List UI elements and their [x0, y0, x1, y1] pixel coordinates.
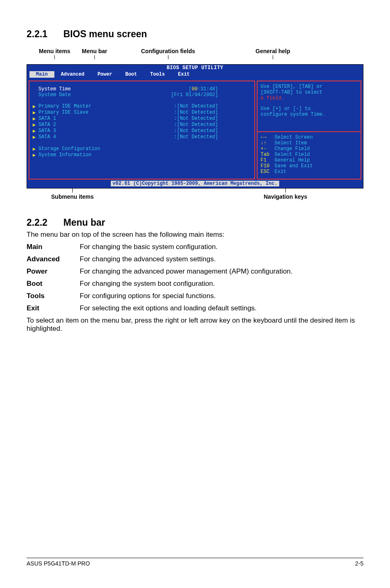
- bios-footer: v02.61 (C)Copyright 1985-2009, American …: [27, 180, 363, 188]
- chevron-right-icon: ▶: [33, 103, 38, 110]
- menubar-desc: The menu bar on top of the screen has th…: [27, 231, 363, 239]
- label-config-fields: Configuration fields: [141, 48, 195, 54]
- label-menu-bar: Menu bar: [82, 48, 107, 54]
- def-row: MainFor changing the basic system config…: [27, 243, 363, 251]
- field-system-date: System Date: [38, 92, 71, 98]
- bios-window: BIOS SETUP UTILITY Main Advanced Power B…: [27, 64, 363, 189]
- bottom-labels: Submenu items Navigation keys: [27, 189, 363, 205]
- heading-title: BIOS menu screen: [63, 29, 147, 39]
- row-system-date[interactable]: System Date [Fri 01/04/2002]: [33, 92, 251, 98]
- def-row: ToolsFor configuring options for special…: [27, 292, 363, 300]
- heading-222: 2.2.2Menu bar: [27, 217, 363, 228]
- bios-right-pane: Use [ENTER], [TAB] or [SHIFT-TAB] to sel…: [257, 81, 361, 180]
- chevron-right-icon: ▶: [33, 146, 38, 152]
- heading-title: Menu bar: [63, 217, 105, 228]
- divider: [258, 131, 361, 132]
- row-sata4[interactable]: ▶SATA 4:[Not Detected]: [33, 134, 251, 140]
- tab-advanced[interactable]: Advanced: [54, 71, 91, 78]
- tab-main[interactable]: Main: [29, 71, 54, 78]
- label-submenu-items: Submenu items: [51, 193, 94, 200]
- tab-tools[interactable]: Tools: [143, 71, 171, 78]
- chevron-right-icon: ▶: [33, 134, 38, 140]
- tab-exit[interactable]: Exit: [171, 71, 196, 78]
- chevron-right-icon: ▶: [33, 128, 38, 134]
- row-sata1[interactable]: ▶SATA 1:[Not Detected]: [33, 116, 251, 122]
- heading-num: 2.2.1: [27, 29, 63, 40]
- bios-menubar[interactable]: Main Advanced Power Boot Tools Exit: [27, 71, 363, 79]
- chevron-right-icon: ▶: [33, 122, 38, 128]
- heading-num: 2.2.2: [27, 217, 63, 228]
- chevron-right-icon: ▶: [33, 110, 38, 116]
- menu-definitions: MainFor changing the basic system config…: [27, 243, 363, 312]
- def-row: AdvancedFor changing the advanced system…: [27, 255, 363, 263]
- heading-221: 2.2.1BIOS menu screen: [27, 29, 363, 40]
- row-system-info[interactable]: ▶System Information: [33, 152, 251, 158]
- def-row: BootFor changing the system boot configu…: [27, 280, 363, 288]
- bios-left-pane: System Time [00:31:48] System Date [Fri …: [29, 81, 255, 180]
- footer-right: 2-5: [355, 560, 363, 567]
- row-pri-ide-slave[interactable]: ▶Primary IDE Slave:[Not Detected]: [33, 110, 251, 116]
- label-navigation-keys: Navigation keys: [264, 193, 307, 200]
- row-sata2[interactable]: ▶SATA 2:[Not Detected]: [33, 122, 251, 128]
- page-footer: ASUS P5G41TD-M PRO 2-5: [27, 558, 363, 567]
- row-system-time[interactable]: System Time [00:31:48]: [33, 86, 251, 92]
- field-system-time: System Time: [38, 86, 71, 92]
- def-row: PowerFor changing the advanced power man…: [27, 267, 363, 276]
- row-pri-ide-master[interactable]: ▶Primary IDE Master:[Not Detected]: [33, 103, 251, 110]
- after-text: To select an item on the menu bar, press…: [27, 316, 363, 333]
- footer-left: ASUS P5G41TD-M PRO: [27, 560, 90, 567]
- bios-title: BIOS SETUP UTILITY: [27, 65, 363, 71]
- help-text: Use [ENTER], [TAB] or [SHIFT-TAB] to sel…: [261, 84, 357, 117]
- tab-boot[interactable]: Boot: [119, 71, 143, 78]
- tab-power[interactable]: Power: [91, 71, 119, 78]
- nav-keys-panel: ←→Select Screen ↓↑Select Item +-Change F…: [261, 135, 357, 175]
- row-sata3[interactable]: ▶SATA 3:[Not Detected]: [33, 128, 251, 134]
- label-menu-items: Menu items: [39, 48, 70, 54]
- chevron-right-icon: ▶: [33, 152, 38, 158]
- top-labels: Menu items Menu bar Configuration fields…: [27, 48, 363, 64]
- def-row: ExitFor selecting the exit options and l…: [27, 304, 363, 312]
- chevron-right-icon: ▶: [33, 116, 38, 122]
- row-storage-config[interactable]: ▶Storage Configuration: [33, 146, 251, 152]
- label-general-help: General help: [256, 48, 290, 54]
